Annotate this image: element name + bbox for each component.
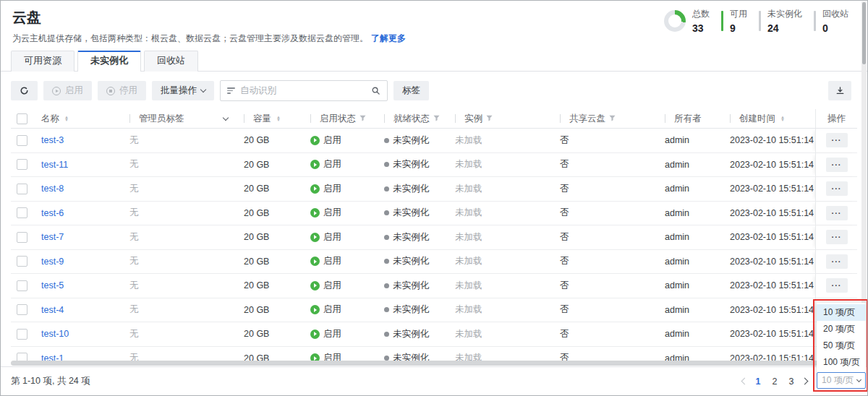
cell-owner: admin (659, 225, 724, 249)
cell-owner: admin (659, 202, 724, 225)
cell-admin-tag-text: 无 (129, 134, 139, 147)
disk-name-link[interactable]: test-8 (41, 184, 64, 194)
filter-funnel-icon[interactable] (609, 113, 616, 124)
cell-capacity: 20 GB (238, 177, 305, 201)
horizontal-scrollbar[interactable] (11, 361, 820, 366)
row-checkbox[interactable] (17, 159, 27, 170)
page-size-option[interactable]: 100 项/页 (817, 354, 866, 371)
column-header-instance[interactable]: 实例 (449, 109, 554, 128)
tab-not-instantiated[interactable]: 未实例化 (77, 51, 141, 72)
row-checkbox[interactable] (17, 135, 27, 146)
column-header-capacity[interactable]: 容量▲▼ (238, 109, 305, 128)
sort-icon[interactable]: ▲▼ (780, 116, 785, 122)
column-header-created[interactable]: 创建时间▲▼ (724, 109, 815, 128)
more-actions-button[interactable]: ··· (826, 206, 848, 220)
row-checkbox[interactable] (17, 304, 27, 315)
page-number-2[interactable]: 2 (769, 376, 780, 387)
cell-name: test-5 (35, 274, 124, 298)
stat-recycle-bin: 回收站0 (814, 8, 848, 34)
column-separator (310, 114, 311, 123)
row-checkbox[interactable] (17, 184, 27, 194)
ready-status-dot-icon (384, 283, 389, 288)
row-checkbox[interactable] (17, 207, 27, 218)
row-checkbox[interactable] (17, 232, 27, 243)
more-actions-button[interactable]: ··· (826, 278, 848, 293)
cell-admin-tag-text: 无 (129, 280, 139, 292)
more-actions-button[interactable]: ··· (826, 181, 848, 196)
cell-shared-disk-text: 否 (560, 207, 569, 219)
disk-name-link[interactable]: test-5 (41, 280, 64, 290)
cell-select (11, 298, 35, 322)
column-header-enable-status[interactable]: 启用状态 (305, 109, 378, 128)
filter-funnel-icon[interactable] (433, 113, 440, 124)
next-page-icon[interactable] (801, 378, 809, 385)
cell-capacity: 20 GB (238, 322, 305, 346)
more-actions-button[interactable]: ··· (826, 158, 848, 172)
row-checkbox[interactable] (17, 256, 27, 267)
tag-button[interactable]: 标签 (393, 81, 429, 100)
page-number-1[interactable]: 1 (752, 376, 764, 387)
chevron-down-icon[interactable] (223, 114, 229, 120)
sort-icon[interactable]: ▲▼ (276, 116, 281, 122)
cell-owner-text: admin (665, 329, 689, 339)
column-header-name[interactable]: 名称▲▼ (35, 109, 124, 128)
tab-available-resources[interactable]: 可用资源 (11, 51, 75, 72)
page-size-option[interactable]: 50 项/页 (817, 337, 866, 354)
row-checkbox[interactable] (17, 329, 27, 340)
cell-capacity: 20 GB (238, 225, 305, 249)
filter-funnel-icon[interactable] (359, 113, 366, 124)
cell-created-text: 2023-02-10 15:51:14 (730, 184, 814, 194)
disable-button[interactable]: 停用 (98, 81, 146, 100)
search-input[interactable]: 自动识别 (220, 80, 388, 101)
export-button[interactable] (828, 81, 851, 100)
disk-name-link[interactable]: test-3 (41, 135, 64, 145)
cell-shared-disk-text: 否 (560, 231, 569, 244)
disk-name-link[interactable]: test-4 (41, 305, 64, 315)
sort-icon[interactable]: ▲▼ (64, 116, 69, 122)
batch-operations-button[interactable]: 批量操作 (152, 81, 214, 100)
page-size-option[interactable]: 20 项/页 (817, 321, 866, 337)
cell-name: test-7 (35, 225, 124, 249)
cell-select (11, 153, 35, 177)
enable-button[interactable]: 启用 (43, 81, 92, 100)
cell-enable-status: 启用 (305, 153, 378, 177)
page-number-3[interactable]: 3 (786, 376, 797, 387)
footer: 第 1-10 项, 共 24 项 123 (1, 366, 868, 395)
column-header-owner[interactable]: 所有者 (659, 109, 724, 128)
cell-enable-status: 启用 (305, 250, 378, 274)
search-placeholder: 自动识别 (240, 85, 366, 97)
table-row: test-10无20 GB启用未实例化未加载否admin2023-02-10 1… (11, 322, 857, 347)
cell-ready-status: 未实例化 (378, 153, 449, 177)
refresh-button[interactable] (11, 81, 38, 100)
more-actions-button[interactable]: ··· (826, 230, 848, 244)
disk-name-link[interactable]: test-10 (41, 329, 69, 339)
stat-not-instantiated-value: 24 (767, 22, 802, 34)
filter-funnel-icon[interactable] (486, 113, 493, 124)
previous-page-icon[interactable] (741, 378, 749, 385)
row-checkbox[interactable] (17, 280, 27, 291)
column-header-shared-disk[interactable]: 共享云盘 (554, 109, 659, 128)
more-actions-button[interactable]: ··· (826, 254, 848, 269)
column-header-admin-tag[interactable]: 管理员标签 (124, 109, 238, 128)
more-actions-button[interactable]: ··· (826, 133, 848, 147)
play-circle-icon (52, 87, 61, 95)
cell-capacity: 20 GB (238, 250, 305, 274)
cell-instance-text: 未加载 (455, 304, 482, 316)
stat-total-texts: 总数33 (692, 8, 710, 34)
tab-recycle-bin[interactable]: 回收站 (144, 51, 198, 72)
table-row: test-3无20 GB启用未实例化未加载否admin2023-02-10 15… (11, 129, 857, 153)
page-size-select[interactable]: 10 项/页 (817, 372, 866, 389)
column-header-ready-status[interactable]: 就绪状态 (378, 109, 449, 128)
learn-more-link[interactable]: 了解更多 (371, 33, 406, 43)
vertical-scrollbar-thumb[interactable] (862, 2, 866, 64)
disk-name-link[interactable]: test-11 (41, 160, 68, 170)
cell-ready-status: 未实例化 (378, 322, 449, 346)
disk-name-link[interactable]: test-7 (41, 232, 64, 242)
column-header-select[interactable] (11, 109, 35, 128)
disk-name-link[interactable]: test-6 (41, 208, 64, 218)
page-size-option[interactable]: 10 项/页 (817, 304, 866, 321)
column-header-actions-label: 操作 (827, 113, 846, 125)
cell-shared-disk-text: 否 (560, 183, 569, 195)
disk-name-link[interactable]: test-9 (41, 257, 64, 267)
select-all-checkbox[interactable] (17, 113, 27, 124)
